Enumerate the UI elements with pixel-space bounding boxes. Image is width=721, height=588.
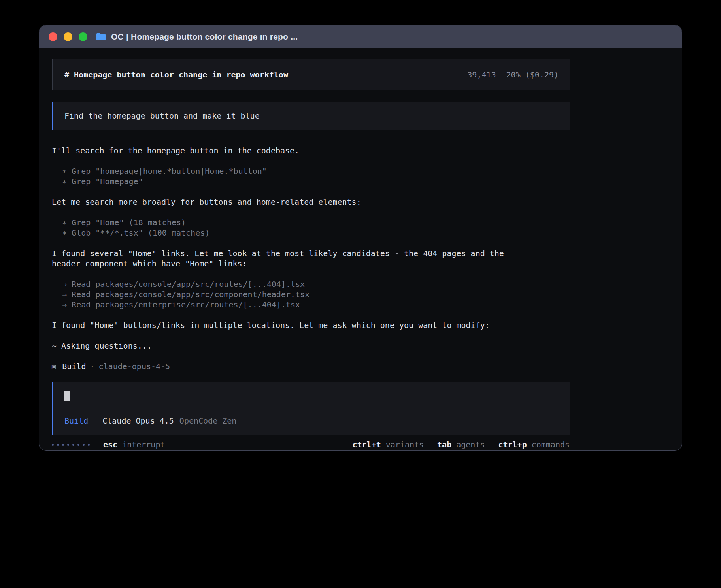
zoom-button[interactable]: [79, 32, 87, 41]
folder-icon: [96, 32, 106, 41]
message-block: → Read packages/console/app/src/routes/[…: [52, 279, 570, 310]
agent-status-line: ▣ Build · claude-opus-4-5: [52, 361, 570, 371]
read-arrow-icon: →: [62, 279, 72, 289]
interrupt-hint: esc interrupt: [103, 439, 165, 450]
spinner-dot: [83, 444, 85, 446]
interrupt-label: interrupt: [122, 439, 165, 450]
text-cursor: [64, 391, 70, 401]
window-bottom-chrome: [39, 450, 682, 450]
line-text: Read packages/console/app/src/routes/[..…: [72, 279, 305, 289]
assistant-text-line: Let me search more broadly for buttons a…: [52, 197, 570, 207]
agent-separator: ·: [90, 361, 94, 371]
input-mode-label[interactable]: Build: [64, 416, 88, 426]
status-bar-left: esc interrupt: [52, 439, 165, 450]
shortcut-variants: ctrl+t variants: [352, 439, 424, 450]
terminal-content: # Homepage button color change in repo w…: [39, 48, 682, 450]
status-bar: esc interrupt ctrl+t variants tab agents…: [52, 439, 570, 450]
assistant-text-line: I found "Home" buttons/links in multiple…: [52, 320, 570, 330]
read-arrow-icon: →: [62, 290, 72, 299]
tool-call-line: ∗ Grep "Homepage": [52, 176, 570, 187]
spinner-dot: [57, 444, 59, 446]
token-count: 39,413: [467, 70, 496, 80]
assistant-text-line: I'll search for the homepage button in t…: [52, 145, 570, 156]
user-message-text: Find the homepage button and make it blu…: [64, 111, 260, 121]
line-text: I'll search for the homepage button in t…: [52, 146, 299, 155]
user-message: Find the homepage button and make it blu…: [52, 102, 570, 130]
shortcut-agents: tab agents: [437, 439, 485, 450]
agent-badge-icon: ▣: [52, 361, 56, 371]
esc-key: esc: [103, 439, 117, 450]
prompt-input[interactable]: Build Claude Opus 4.5 OpenCode Zen: [52, 382, 570, 435]
status-bar-right: ctrl+t variants tab agents ctrl+p comman…: [352, 439, 570, 450]
tool-call-line: ∗ Grep "homepage|home.*button|Home.*butt…: [52, 166, 570, 176]
line-text: Grep "Home" (18 matches): [72, 218, 186, 227]
agent-model: claude-opus-4-5: [99, 361, 170, 371]
line-text: I found "Home" buttons/links in multiple…: [52, 320, 490, 330]
tool-call-line: ∗ Glob "**/*.tsx" (100 matches): [52, 228, 570, 238]
tool-call-line: → Read packages/console/app/src/componen…: [52, 289, 570, 300]
message-block: ∗ Grep "homepage|home.*button|Home.*butt…: [52, 166, 570, 187]
message-block: I'll search for the homepage button in t…: [52, 145, 570, 156]
ctrl-p-key: ctrl+p: [498, 439, 527, 450]
tab-key: tab: [437, 439, 451, 450]
spinner: [52, 444, 90, 446]
input-meta: Build Claude Opus 4.5 OpenCode Zen: [64, 416, 559, 426]
message-block: ∗ Grep "Home" (18 matches)∗ Glob "**/*.t…: [52, 217, 570, 238]
message-block: ~ Asking questions...: [52, 341, 570, 351]
tool-call-line: → Read packages/console/app/src/routes/[…: [52, 279, 570, 289]
spinner-dot: [72, 444, 74, 446]
spinner-dot: [88, 444, 90, 446]
window-titlebar[interactable]: OC | Homepage button color change in rep…: [39, 25, 682, 48]
spinner-dot: [67, 444, 69, 446]
message-block: I found "Home" buttons/links in multiple…: [52, 320, 570, 330]
commands-label: commands: [532, 439, 570, 450]
session-title: # Homepage button color change in repo w…: [64, 70, 288, 80]
tool-asterisk-icon: ∗: [62, 228, 72, 237]
window-title: OC | Homepage button color change in rep…: [111, 32, 298, 41]
input-provider-label: OpenCode Zen: [179, 416, 237, 426]
terminal-window: OC | Homepage button color change in rep…: [39, 25, 682, 450]
close-button[interactable]: [49, 32, 57, 41]
message-block: Let me search more broadly for buttons a…: [52, 197, 570, 207]
conversation: I'll search for the homepage button in t…: [52, 145, 570, 351]
session-stats: 39,413 20% ($0.29): [467, 70, 559, 80]
session-header: # Homepage button color change in repo w…: [52, 59, 570, 90]
context-usage: 20% ($0.29): [506, 70, 559, 80]
line-text: Grep "homepage|home.*button|Home.*button…: [72, 166, 267, 176]
line-text: Read packages/console/app/src/component/…: [72, 290, 310, 299]
window-controls: [49, 32, 87, 41]
assistant-text-line: ~ Asking questions...: [52, 341, 570, 351]
tool-call-line: ∗ Grep "Home" (18 matches): [52, 217, 570, 228]
input-model-label[interactable]: Claude Opus 4.5: [102, 416, 174, 426]
ctrl-t-key: ctrl+t: [352, 439, 381, 450]
agent-name: Build: [62, 361, 86, 371]
tool-call-line: → Read packages/enterprise/src/routes/[.…: [52, 300, 570, 310]
line-text: Grep "Homepage": [72, 177, 143, 186]
tool-asterisk-icon: ∗: [62, 177, 72, 186]
assistant-text-line: I found several "Home" links. Let me loo…: [52, 248, 570, 269]
agents-label: agents: [456, 439, 485, 450]
read-arrow-icon: →: [62, 300, 72, 309]
shortcut-commands: ctrl+p commands: [498, 439, 570, 450]
spinner-dot: [77, 444, 79, 446]
line-text: Read packages/enterprise/src/routes/[...…: [72, 300, 300, 309]
tool-asterisk-icon: ∗: [62, 218, 72, 227]
spinner-dot: [52, 444, 54, 446]
tool-asterisk-icon: ∗: [62, 166, 72, 176]
spinner-dot: [62, 444, 64, 446]
minimize-button[interactable]: [64, 32, 72, 41]
line-text: Let me search more broadly for buttons a…: [52, 197, 361, 207]
line-text: ~ Asking questions...: [52, 341, 152, 351]
message-block: I found several "Home" links. Let me loo…: [52, 248, 570, 269]
line-text: I found several "Home" links. Let me loo…: [52, 249, 504, 268]
line-text: Glob "**/*.tsx" (100 matches): [72, 228, 210, 237]
variants-label: variants: [386, 439, 424, 450]
